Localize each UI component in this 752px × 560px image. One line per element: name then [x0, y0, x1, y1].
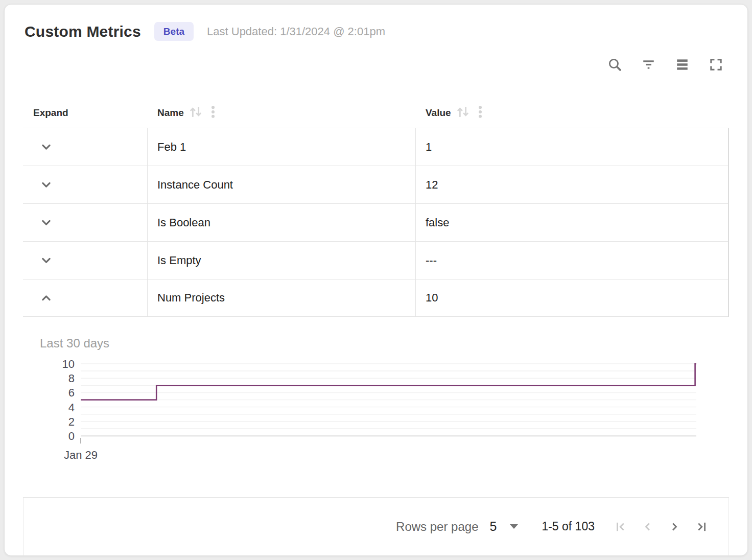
pagination-controls — [608, 516, 714, 538]
expand-toggle[interactable] — [23, 242, 147, 279]
chart-container: 0246810Jan 29 — [52, 358, 729, 462]
metric-name: Is Boolean — [157, 216, 210, 229]
column-menu-icon[interactable] — [207, 104, 219, 122]
filter-icon — [641, 57, 656, 72]
metric-name: Feb 1 — [157, 141, 186, 154]
metric-value-cell: 12 — [415, 166, 728, 203]
first-page-button[interactable] — [608, 516, 635, 538]
chevron-left-icon — [641, 520, 655, 534]
card-header: Custom Metrics Beta Last Updated: 1/31/2… — [25, 22, 729, 41]
svg-text:6: 6 — [68, 386, 75, 399]
column-header-value[interactable]: Value — [415, 103, 729, 123]
column-header-expand: Expand — [23, 107, 147, 119]
filter-button[interactable] — [635, 54, 662, 75]
svg-text:0: 0 — [68, 430, 75, 442]
chevron-down-icon — [39, 177, 54, 192]
table-row: Is Empty --- — [23, 241, 728, 279]
column-label: Expand — [33, 107, 68, 119]
metric-name-cell: Feb 1 — [147, 128, 415, 166]
expand-toggle[interactable] — [23, 279, 147, 316]
expand-toggle[interactable] — [23, 166, 147, 203]
table-footer: Rows per page 5 1-5 of 103 — [23, 497, 729, 555]
svg-text:Jan 29: Jan 29 — [64, 449, 98, 461]
table-row: Feb 1 1 — [23, 128, 728, 166]
rows-per-page-select[interactable]: 5 — [490, 519, 519, 534]
column-menu-icon[interactable] — [475, 104, 486, 122]
beta-badge: Beta — [154, 22, 194, 41]
svg-text:4: 4 — [68, 401, 75, 414]
svg-text:8: 8 — [68, 372, 75, 385]
column-label: Value — [426, 107, 451, 119]
caret-down-icon — [510, 524, 518, 529]
fullscreen-button[interactable] — [702, 54, 729, 75]
last-page-icon — [694, 520, 708, 534]
svg-text:2: 2 — [68, 415, 75, 428]
chevron-up-icon — [39, 291, 54, 306]
table-row: Num Projects 10 — [23, 279, 728, 317]
search-button[interactable] — [601, 54, 628, 75]
sort-icon[interactable] — [454, 103, 472, 123]
fullscreen-icon — [709, 57, 723, 72]
table-row: Is Boolean false — [23, 203, 728, 241]
metric-value: 10 — [426, 291, 438, 305]
metric-value-cell: --- — [415, 242, 728, 279]
metric-name-cell: Is Empty — [147, 242, 415, 279]
metric-value: --- — [426, 254, 437, 267]
rows-per-page-value: 5 — [490, 519, 497, 534]
last-updated-text: Last Updated: 1/31/2024 @ 2:01pm — [207, 25, 385, 38]
chevron-down-icon — [39, 253, 54, 268]
previous-page-button[interactable] — [635, 516, 661, 538]
rows-per-page-label: Rows per page — [396, 520, 478, 534]
svg-text:10: 10 — [62, 358, 75, 370]
table-header-row: Expand Name Value — [23, 98, 729, 128]
page-title: Custom Metrics — [25, 23, 141, 40]
metric-name: Num Projects — [157, 291, 225, 305]
expand-toggle[interactable] — [23, 204, 147, 241]
pagination-range: 1-5 of 103 — [542, 520, 595, 533]
chevron-right-icon — [667, 520, 682, 534]
metrics-table: Expand Name Value — [23, 98, 729, 317]
table-row: Instance Count 12 — [23, 166, 728, 203]
first-page-icon — [614, 520, 628, 534]
next-page-button[interactable] — [661, 516, 688, 538]
density-icon — [675, 57, 690, 72]
column-header-name[interactable]: Name — [147, 103, 415, 123]
metric-chart: 0246810Jan 29 — [52, 358, 726, 462]
search-icon — [607, 57, 622, 72]
density-button[interactable] — [669, 54, 695, 75]
metric-value: false — [426, 216, 449, 229]
metric-name-cell: Num Projects — [147, 279, 415, 316]
table-body: Feb 1 1 Instance Count 12 — [23, 128, 729, 317]
metric-value-cell: 1 — [415, 128, 728, 166]
custom-metrics-card: Custom Metrics Beta Last Updated: 1/31/2… — [4, 4, 748, 556]
metric-value: 1 — [426, 141, 432, 154]
column-label: Name — [157, 107, 184, 119]
metric-value-cell: 10 — [415, 279, 728, 316]
metric-name: Instance Count — [157, 178, 233, 192]
metric-name-cell: Instance Count — [147, 166, 415, 203]
chevron-down-icon — [39, 215, 54, 230]
sort-icon[interactable] — [187, 103, 204, 123]
chart-title: Last 30 days — [40, 336, 729, 351]
metric-name: Is Empty — [157, 254, 201, 267]
last-page-button[interactable] — [688, 516, 714, 538]
table-toolbar — [23, 54, 729, 75]
metric-name-cell: Is Boolean — [147, 204, 415, 241]
expand-toggle[interactable] — [23, 128, 147, 166]
metric-value-cell: false — [415, 204, 728, 241]
chevron-down-icon — [39, 139, 54, 154]
metric-value: 12 — [426, 178, 438, 192]
